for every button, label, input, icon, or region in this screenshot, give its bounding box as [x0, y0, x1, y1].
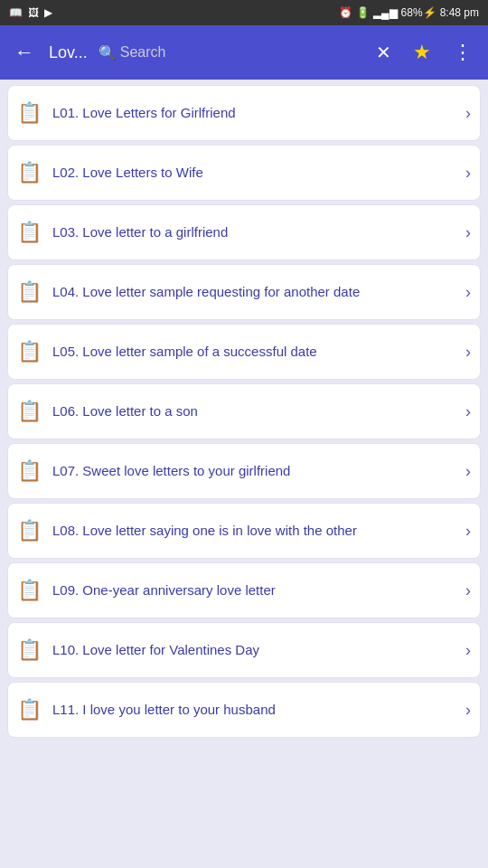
chevron-right-icon: › [465, 402, 471, 421]
list-item[interactable]: 📋 L01. Love Letters for Girlfriend › [7, 85, 481, 141]
list-item-label: L02. Love Letters to Wife [52, 164, 465, 182]
list-item[interactable]: 📋 L08. Love letter saying one is in love… [7, 503, 481, 559]
list-item[interactable]: 📋 L10. Love letter for Valentines Day › [7, 622, 481, 678]
document-icon: 📋 [17, 101, 42, 125]
chevron-right-icon: › [465, 223, 471, 242]
list-item-label: L04. Love letter sample requesting for a… [52, 283, 465, 301]
chevron-right-icon: › [465, 701, 471, 720]
chevron-right-icon: › [465, 641, 471, 660]
list-item[interactable]: 📋 L04. Love letter sample requesting for… [7, 264, 481, 320]
search-container: 🔍 [99, 44, 361, 61]
document-icon: 📋 [17, 221, 42, 244]
list-item[interactable]: 📋 L09. One-year anniversary love letter … [7, 562, 481, 618]
alarm-icon: ⏰ [339, 6, 352, 19]
battery-label: 68%⚡ [401, 6, 436, 19]
list-item-label: L08. Love letter saying one is in love w… [52, 522, 465, 540]
status-bar: 📖 🖼 ▶ ⏰ 🔋 ▂▄▆ 68%⚡ 8:48 pm [0, 0, 488, 25]
back-button[interactable]: ← [7, 33, 42, 71]
list-item-label: L05. Love letter sample of a successful … [52, 343, 465, 361]
app-title: Lov... [49, 43, 88, 62]
list-item-label: L01. Love Letters for Girlfriend [52, 104, 465, 122]
top-bar: ← Lov... 🔍 ✕ ★ ⋮ [0, 25, 488, 80]
list-item-label: L03. Love letter to a girlfriend [52, 223, 465, 241]
document-icon: 📋 [17, 698, 42, 722]
status-left-icons: 📖 🖼 ▶ [9, 6, 52, 19]
list-item[interactable]: 📋 L05. Love letter sample of a successfu… [7, 324, 481, 380]
list-item[interactable]: 📋 L02. Love Letters to Wife › [7, 145, 481, 201]
document-icon: 📋 [17, 400, 42, 423]
search-input[interactable] [120, 44, 361, 61]
list-item[interactable]: 📋 L06. Love letter to a son › [7, 383, 481, 439]
list-item-label: L06. Love letter to a son [52, 402, 465, 420]
chevron-right-icon: › [465, 283, 471, 302]
list-item-label: L11. I love you letter to your husband [52, 701, 465, 719]
video-icon: ▶ [44, 6, 52, 19]
list-item-label: L10. Love letter for Valentines Day [52, 641, 465, 659]
book-icon: 📖 [9, 6, 23, 19]
image-icon: 🖼 [28, 6, 39, 19]
list-item-label: L09. One-year anniversary love letter [52, 581, 465, 599]
more-menu-button[interactable]: ⋮ [446, 33, 481, 71]
close-button[interactable]: ✕ [369, 34, 399, 71]
document-icon: 📋 [17, 519, 42, 542]
chevron-right-icon: › [465, 581, 471, 600]
list-item[interactable]: 📋 L11. I love you letter to your husband… [7, 682, 481, 738]
search-icon: 🔍 [99, 44, 117, 61]
status-right-icons: ⏰ 🔋 ▂▄▆ 68%⚡ 8:48 pm [339, 6, 479, 19]
list-item[interactable]: 📋 L03. Love letter to a girlfriend › [7, 204, 481, 260]
chevron-right-icon: › [465, 164, 471, 183]
time-label: 8:48 pm [440, 6, 479, 19]
chevron-right-icon: › [465, 343, 471, 362]
list-item-label: L07. Sweet love letters to your girlfrie… [52, 462, 465, 480]
chevron-right-icon: › [465, 522, 471, 541]
sim-icon: 🔋 [356, 6, 370, 19]
list-item[interactable]: 📋 L07. Sweet love letters to your girlfr… [7, 443, 481, 499]
items-list: 📋 L01. Love Letters for Girlfriend › 📋 L… [0, 80, 488, 868]
signal-icon: ▂▄▆ [373, 6, 398, 19]
chevron-right-icon: › [465, 104, 471, 123]
document-icon: 📋 [17, 161, 42, 184]
document-icon: 📋 [17, 638, 42, 662]
document-icon: 📋 [17, 340, 42, 363]
document-icon: 📋 [17, 459, 42, 483]
document-icon: 📋 [17, 579, 42, 602]
star-button[interactable]: ★ [406, 33, 438, 71]
document-icon: 📋 [17, 280, 42, 304]
chevron-right-icon: › [465, 462, 471, 481]
